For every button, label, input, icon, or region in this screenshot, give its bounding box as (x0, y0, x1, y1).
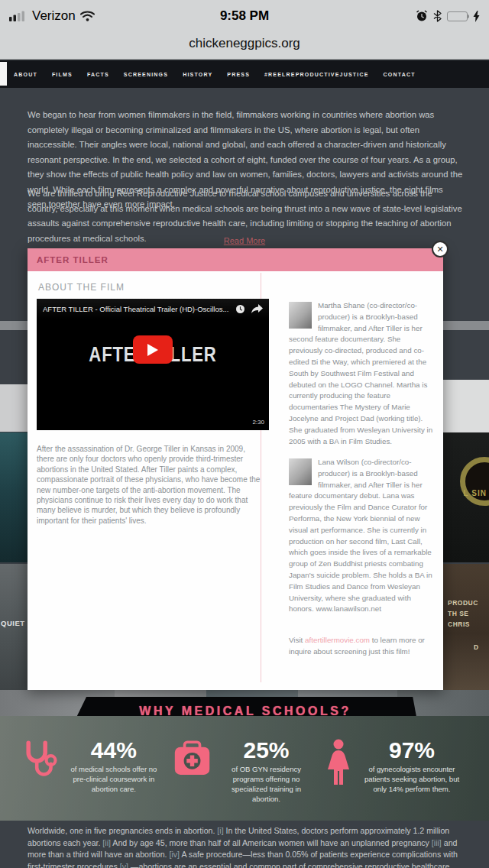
film-thumbnail-right-1: L SIN (443, 432, 489, 562)
nav-item-history[interactable]: HISTORY (183, 72, 212, 77)
url-bar[interactable]: chickeneggpics.org (0, 32, 489, 58)
footnote-link-iii[interactable]: [iii] (432, 838, 442, 847)
url-text: chickeneggpics.org (189, 36, 300, 50)
footnote-link-v[interactable]: [v] (120, 862, 128, 868)
footnote-link-i[interactable]: [i] (217, 826, 223, 835)
stat-label: of medical schools offer no pre-clinical… (64, 764, 164, 794)
poster-text-fragment: QUIET (1, 619, 25, 627)
alarm-icon (416, 10, 428, 22)
nav-item-reelreproductivejustice[interactable]: #REELREPRODUCTIVEJUSTICE (264, 72, 369, 77)
poster-text-fragment: CHRIS (448, 620, 470, 628)
poster-text-fragment: TH SE (448, 610, 469, 617)
footnote-link-ii[interactable]: [ii] (102, 838, 111, 847)
footnote-link-iv[interactable]: [iv] (170, 850, 180, 859)
footer-facts-text: Worldwide, one in five pregnancies ends … (28, 825, 465, 868)
nav-item-press[interactable]: PRESS (227, 72, 250, 77)
bio-martha-shane: Martha Shane (co-director/co-producer) i… (289, 300, 436, 447)
status-bar: Verizon 9:58 PM (0, 0, 489, 60)
film-thumbnail-left-1 (0, 432, 28, 562)
watch-later-icon[interactable] (235, 304, 245, 314)
stat-obgyn-residency: 25% of OB GYN residency programs offerin… (173, 739, 316, 804)
stat-value: 25% (217, 739, 316, 762)
footer-facts-section: Worldwide, one in five pregnancies ends … (0, 821, 489, 868)
poster-text-fragment: PRODUC (448, 599, 478, 607)
stat-value: 97% (358, 739, 466, 762)
visit-text: Visit (289, 636, 305, 644)
stats-section: 44% of medical schools offer no pre-clin… (0, 716, 489, 821)
play-button[interactable] (133, 335, 173, 364)
poster-text-fragment: L SIN (464, 489, 487, 497)
charging-bolt-icon (473, 11, 480, 22)
nav-item-films[interactable]: FILMS (52, 72, 73, 77)
female-figure-icon (325, 739, 351, 786)
about-the-film-heading: ABOUT THE FILM (38, 282, 125, 293)
stat-label: of OB GYN residency programs offering no… (217, 764, 316, 804)
background-white-strip-left (0, 384, 28, 432)
bio-lana-wilson: Lana Wilson (co-director/co-producer) is… (289, 457, 436, 615)
martha-shane-photo (289, 302, 312, 329)
first-aid-kit-icon (173, 739, 211, 780)
film-thumbnail-left-2: QUIET (0, 564, 28, 690)
nav-item-screenings[interactable]: SCREENINGS (124, 72, 168, 77)
after-tiller-modal: AFTER TILLER ✕ ABOUT THE FILM AFTER TILL… (28, 248, 443, 690)
modal-title: AFTER TILLER (37, 255, 108, 264)
background-white-strip-right (443, 380, 489, 433)
status-row: Verizon 9:58 PM (0, 0, 489, 32)
battery-icon (447, 11, 468, 21)
stat-value: 44% (64, 739, 164, 762)
site-nav: ABOUT FILMS FACTS SCREENINGS HISTORY PRE… (0, 60, 489, 88)
film-thumbnail-right-2: PRODUC TH SE CHRIS D (443, 564, 489, 690)
video-title: AFTER TILLER - Official Theatrical Trail… (43, 305, 229, 313)
nav-item-about[interactable]: ABOUT (14, 72, 37, 77)
nav-edge-highlight (0, 62, 7, 86)
footer-text: Worldwide, one in five pregnancies ends … (28, 826, 217, 835)
modal-header: AFTER TILLER (28, 248, 443, 271)
poster-text-fragment: D (474, 643, 479, 651)
bluetooth-icon (433, 10, 442, 22)
video-duration: 2:30 (252, 419, 264, 426)
nav-item-facts[interactable]: FACTS (87, 72, 109, 77)
share-icon[interactable] (251, 304, 263, 313)
stat-gynecologists: 97% of gynecologists encounter patients … (325, 739, 468, 804)
film-poster-disc (460, 457, 489, 506)
read-more-link[interactable]: Read More (0, 236, 489, 245)
stat-label: of gynecologists encounter patients seek… (358, 764, 466, 794)
lana-wilson-photo (289, 458, 312, 485)
close-icon[interactable]: ✕ (432, 241, 449, 257)
youtube-player[interactable]: AFTER TILLER - Official Theatrical Trail… (37, 299, 269, 430)
footer-text: —abortions are an essential and common p… (128, 862, 452, 868)
visit-note: Visit aftertillermovie.com to learn more… (289, 635, 436, 658)
stat-medical-schools: 44% of medical schools offer no pre-clin… (21, 739, 164, 804)
stethoscope-icon (21, 739, 58, 783)
nav-item-contact[interactable]: CONTACT (384, 72, 416, 77)
iphone-screen: Verizon 9:58 PM (0, 0, 489, 868)
video-title-bar: AFTER TILLER - Official Theatrical Trail… (37, 299, 269, 319)
footer-text: And by age 45, more than half of all Ame… (111, 838, 432, 847)
film-synopsis: After the assassination of Dr. George Ti… (37, 444, 264, 526)
aftertillermovie-link[interactable]: aftertillermovie.com (305, 636, 370, 644)
